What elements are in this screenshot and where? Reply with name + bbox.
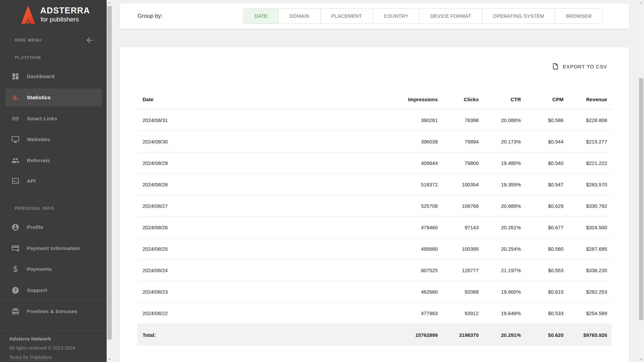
sidebar-item-label: Referrals bbox=[27, 158, 50, 164]
cell-ctr: 19.900% bbox=[479, 281, 521, 302]
sidebar-item-payments[interactable]: $ Payments bbox=[5, 260, 102, 278]
cell-cpm: $0.580 bbox=[521, 238, 564, 259]
tab-date[interactable]: DATE bbox=[244, 9, 278, 23]
sidebar-item-support[interactable]: ? Support bbox=[5, 281, 102, 299]
cell-clicks: 97143 bbox=[438, 217, 479, 238]
sidebar-scrollbar[interactable] bbox=[107, 0, 112, 362]
cell-date: 2024/08/30 bbox=[137, 131, 397, 152]
table-row: 2024/08/28 518372 100354 19.359% $0.547 … bbox=[137, 174, 611, 195]
sidebar-item-profile[interactable]: Profile bbox=[5, 218, 102, 236]
table-row: 2024/08/24 607525 128777 21.197% $0.553 … bbox=[137, 259, 611, 281]
cell-revenue: $336.235 bbox=[564, 259, 611, 281]
sidebar-item-label: Statistics bbox=[27, 95, 51, 101]
tab-operating-system[interactable]: OPERATING SYSTEM bbox=[482, 9, 555, 23]
gift-icon bbox=[11, 307, 19, 315]
cell-impressions: 479460 bbox=[397, 217, 438, 238]
cell-ctr: 19.480% bbox=[479, 152, 521, 174]
cell-clicks: 93912 bbox=[438, 302, 479, 324]
cell-clicks: 78398 bbox=[438, 109, 479, 131]
cell-revenue: $324.500 bbox=[564, 217, 611, 238]
brand-logo[interactable]: ADSTERRA for publishers bbox=[0, 0, 107, 31]
cell-impressions: 462660 bbox=[397, 281, 438, 302]
dashboard-icon bbox=[11, 72, 19, 80]
sidebar-item-label: Smart Links bbox=[27, 116, 57, 122]
sidebar-item-statistics[interactable]: Statistics bbox=[5, 88, 102, 107]
cell-revenue: $282.253 bbox=[564, 281, 611, 302]
cell-clicks: 128777 bbox=[438, 259, 479, 281]
cell-date: 2024/08/22 bbox=[137, 302, 397, 324]
export-label: EXPORT TO CSV bbox=[563, 64, 607, 69]
sidebar-item-label: API bbox=[27, 178, 36, 184]
sidebar-item-payment-information[interactable]: Payment Information bbox=[5, 239, 102, 257]
tab-browser[interactable]: BROWSER bbox=[555, 9, 602, 23]
cell-date: 2024/08/29 bbox=[137, 152, 397, 174]
hide-menu-button[interactable]: HIDE MENU bbox=[0, 35, 107, 47]
previous-page-button[interactable] bbox=[582, 360, 590, 362]
dollar-icon: $ bbox=[11, 265, 19, 273]
table-row: 2024/08/29 409644 79800 19.480% $0.540 $… bbox=[137, 152, 611, 174]
terms-for-publishers-link[interactable]: Terms for Publishers bbox=[9, 355, 52, 360]
cell-impressions: 525708 bbox=[397, 195, 438, 217]
cell-date: 2024/08/26 bbox=[137, 217, 397, 238]
cell-date: 2024/08/28 bbox=[137, 174, 397, 195]
table-row: 2024/08/26 479460 97143 20.261% $0.677 $… bbox=[137, 217, 611, 238]
next-page-button[interactable] bbox=[599, 360, 607, 362]
cell-revenue: $228.808 bbox=[564, 109, 611, 131]
link-icon bbox=[11, 115, 19, 123]
cell-date: 2024/08/25 bbox=[137, 238, 397, 259]
cell-ctr: 20.254% bbox=[479, 238, 521, 259]
cell-impressions: 396039 bbox=[397, 131, 438, 152]
scrollbar-thumb[interactable] bbox=[639, 78, 643, 320]
cell-revenue: $215.277 bbox=[564, 131, 611, 152]
cell-revenue: $330.792 bbox=[564, 195, 611, 217]
cell-clicks: 100395 bbox=[438, 238, 479, 259]
cell-impressions: 495680 bbox=[397, 238, 438, 259]
sidebar-item-freebies-bonuses[interactable]: Freebies & bonuses bbox=[5, 302, 102, 320]
cell-ctr: 20.088% bbox=[479, 109, 521, 131]
file-icon bbox=[552, 63, 559, 70]
scroll-up-icon[interactable] bbox=[107, 0, 112, 6]
table-row: 2024/08/27 525708 108766 20.689% $0.629 … bbox=[137, 195, 611, 217]
tab-country[interactable]: COUNTRY bbox=[373, 9, 419, 23]
sidebar-divider bbox=[0, 330, 107, 331]
sidebar-item-label: Support bbox=[27, 287, 47, 293]
tab-domain[interactable]: DOMAIN bbox=[278, 9, 320, 23]
window-scrollbar[interactable] bbox=[638, 0, 644, 362]
sidebar-item-label: Freebies & bonuses bbox=[27, 308, 77, 314]
cell-revenue: $283.570 bbox=[564, 174, 611, 195]
sidebar-item-smart-links[interactable]: Smart Links bbox=[5, 110, 102, 128]
export-to-csv-button[interactable]: EXPORT TO CSV bbox=[552, 60, 607, 72]
sidebar-item-label: Dashboard bbox=[27, 73, 55, 79]
cell-impressions: 390261 bbox=[397, 109, 438, 131]
sidebar-item-dashboard[interactable]: Dashboard bbox=[5, 67, 102, 85]
cell-ctr: 19.359% bbox=[479, 174, 521, 195]
cell-date: 2024/08/24 bbox=[137, 259, 397, 281]
cell-cpm: $0.533 bbox=[521, 302, 564, 324]
cell-clicks: 92068 bbox=[438, 281, 479, 302]
scroll-down-icon[interactable] bbox=[107, 356, 112, 362]
cell-cpm: $0.610 bbox=[521, 281, 564, 302]
scroll-up-icon[interactable] bbox=[638, 0, 644, 6]
cell-ctr: 20.689% bbox=[479, 195, 521, 217]
scroll-down-icon[interactable] bbox=[638, 356, 644, 362]
table-total-row: Total: 15762899 3198370 20.291% $0.620 $… bbox=[137, 324, 611, 346]
sidebar-item-referrals[interactable]: Referrals bbox=[5, 152, 102, 170]
tab-placement[interactable]: PLACEMENT bbox=[320, 9, 373, 23]
cell-cpm: $0.586 bbox=[521, 109, 564, 131]
cell-ctr: 20.173% bbox=[479, 131, 521, 152]
sidebar-item-api[interactable]: API bbox=[5, 172, 102, 190]
sidebar-item-websites[interactable]: Websites bbox=[5, 130, 102, 148]
scrollbar-thumb[interactable] bbox=[107, 6, 112, 340]
cell-clicks: 108766 bbox=[438, 195, 479, 217]
sidebar-item-label: Websites bbox=[27, 136, 50, 142]
total-revenue: $9765.926 bbox=[564, 324, 611, 346]
person-circle-icon bbox=[11, 223, 19, 231]
column-header-clicks: Clicks bbox=[438, 89, 479, 109]
cell-cpm: $0.553 bbox=[521, 259, 564, 281]
cell-impressions: 477983 bbox=[397, 302, 438, 324]
sidebar-footer-title: Adsterra Network bbox=[9, 336, 51, 342]
cell-revenue: $287.695 bbox=[564, 238, 611, 259]
credit-card-add-icon bbox=[11, 244, 19, 252]
tab-device-format[interactable]: DEVICE FORMAT bbox=[419, 9, 482, 23]
chevron-right-icon bbox=[599, 360, 607, 362]
